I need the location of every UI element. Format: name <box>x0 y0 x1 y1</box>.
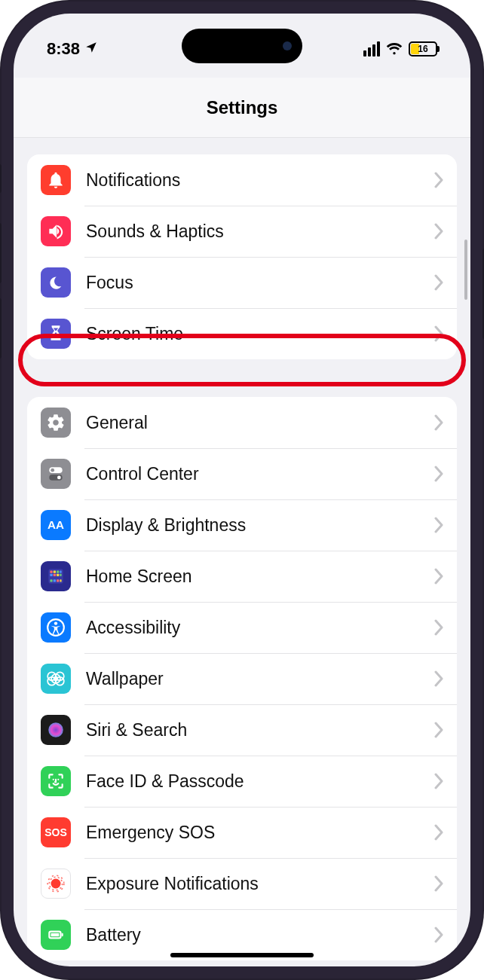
sounds-icon <box>41 216 71 246</box>
battery-icon: 16 <box>409 41 437 56</box>
settings-row-label: Notifications <box>86 170 419 191</box>
focus-icon <box>41 267 71 298</box>
settings-row-label: Siri & Search <box>86 720 419 740</box>
accessibility-icon <box>41 612 71 643</box>
chevron-right-icon <box>434 223 443 240</box>
siri-icon <box>41 715 71 745</box>
status-time: 8:38 <box>47 39 80 59</box>
settings-row-label: Display & Brightness <box>86 515 419 536</box>
settings-row-accessibility[interactable]: Accessibility <box>27 602 457 653</box>
svg-rect-15 <box>54 579 56 582</box>
page-title: Settings <box>207 97 278 118</box>
svg-rect-12 <box>57 574 59 576</box>
chevron-right-icon <box>434 325 443 342</box>
home-indicator[interactable] <box>170 953 314 957</box>
settings-group: NotificationsSounds & HapticsFocusScreen… <box>27 154 457 359</box>
settings-row-label: Screen Time <box>86 324 419 344</box>
screentime-icon <box>41 319 71 349</box>
settings-row-sounds[interactable]: Sounds & Haptics <box>27 206 457 257</box>
svg-point-27 <box>53 779 54 780</box>
homescreen-icon <box>41 561 71 591</box>
dynamic-island <box>182 29 302 63</box>
notifications-icon <box>41 165 71 195</box>
chevron-right-icon <box>434 773 443 789</box>
chevron-right-icon <box>434 466 443 482</box>
svg-rect-33 <box>62 933 63 936</box>
battery-percentage: 16 <box>418 44 427 54</box>
settings-row-exposure[interactable]: Exposure Notifications <box>27 858 457 909</box>
svg-rect-17 <box>60 579 61 582</box>
settings-list[interactable]: NotificationsSounds & HapticsFocusScreen… <box>14 138 470 960</box>
settings-row-label: Face ID & Passcode <box>86 771 419 792</box>
svg-rect-13 <box>60 574 61 576</box>
scroll-indicator <box>464 240 467 300</box>
svg-rect-14 <box>50 579 52 582</box>
mute-switch <box>0 164 2 193</box>
svg-rect-9 <box>60 570 61 572</box>
chevron-right-icon <box>434 172 443 188</box>
chevron-right-icon <box>434 875 443 892</box>
settings-row-label: Battery <box>86 925 419 945</box>
svg-rect-7 <box>54 570 56 572</box>
svg-point-1 <box>51 469 54 472</box>
content: Settings NotificationsSounds & HapticsFo… <box>14 78 470 966</box>
battery-icon <box>41 920 71 950</box>
svg-rect-8 <box>57 570 59 572</box>
svg-text:AA: AA <box>47 518 64 531</box>
settings-row-label: Control Center <box>86 464 419 484</box>
settings-row-label: Sounds & Haptics <box>86 221 419 242</box>
settings-row-label: Exposure Notifications <box>86 874 419 894</box>
settings-row-display[interactable]: AADisplay & Brightness <box>27 499 457 551</box>
chevron-right-icon <box>434 619 443 636</box>
controlcenter-icon <box>41 459 71 489</box>
settings-row-siri[interactable]: Siri & Search <box>27 704 457 756</box>
svg-rect-16 <box>57 579 59 582</box>
settings-row-controlcenter[interactable]: Control Center <box>27 448 457 499</box>
settings-row-homescreen[interactable]: Home Screen <box>27 551 457 602</box>
exposure-icon <box>41 869 71 899</box>
volume-down-button <box>0 298 2 359</box>
chevron-right-icon <box>434 670 443 687</box>
settings-row-label: Home Screen <box>86 566 419 587</box>
settings-row-general[interactable]: General <box>27 397 457 448</box>
settings-row-focus[interactable]: Focus <box>27 257 457 308</box>
settings-row-notifications[interactable]: Notifications <box>27 154 457 206</box>
status-left: 8:38 <box>47 39 98 59</box>
settings-row-label: Emergency SOS <box>86 823 419 843</box>
chevron-right-icon <box>434 927 443 943</box>
settings-group: GeneralControl CenterAADisplay & Brightn… <box>27 397 457 960</box>
settings-row-label: Accessibility <box>86 618 419 638</box>
svg-point-29 <box>51 879 61 889</box>
settings-row-label: Wallpaper <box>86 669 419 689</box>
chevron-right-icon <box>434 722 443 738</box>
chevron-right-icon <box>434 414 443 431</box>
svg-rect-34 <box>51 933 60 936</box>
settings-row-screentime[interactable]: Screen Time <box>27 308 457 359</box>
svg-point-19 <box>54 621 57 624</box>
settings-row-wallpaper[interactable]: Wallpaper <box>27 653 457 704</box>
settings-row-sos[interactable]: SOSEmergency SOS <box>27 807 457 858</box>
nav-bar: Settings <box>14 78 470 138</box>
svg-point-26 <box>48 722 63 737</box>
chevron-right-icon <box>434 274 443 291</box>
chevron-right-icon <box>434 568 443 585</box>
chevron-right-icon <box>434 824 443 841</box>
screen: 8:38 16 Settings <box>14 14 470 966</box>
svg-point-3 <box>57 475 61 479</box>
faceid-icon <box>41 766 71 796</box>
iphone-frame: 8:38 16 Settings <box>0 0 484 980</box>
settings-row-faceid[interactable]: Face ID & Passcode <box>27 756 457 807</box>
svg-rect-10 <box>50 574 52 576</box>
svg-rect-11 <box>54 574 56 576</box>
chevron-right-icon <box>434 517 443 533</box>
wallpaper-icon <box>41 664 71 694</box>
location-icon <box>84 41 98 56</box>
status-right: 16 <box>363 41 437 57</box>
cellular-icon <box>363 41 380 56</box>
sos-icon: SOS <box>41 817 71 847</box>
wifi-icon <box>386 41 403 57</box>
svg-rect-6 <box>50 570 52 572</box>
settings-row-label: Focus <box>86 273 419 293</box>
display-icon: AA <box>41 510 71 540</box>
volume-up-button <box>0 223 2 283</box>
